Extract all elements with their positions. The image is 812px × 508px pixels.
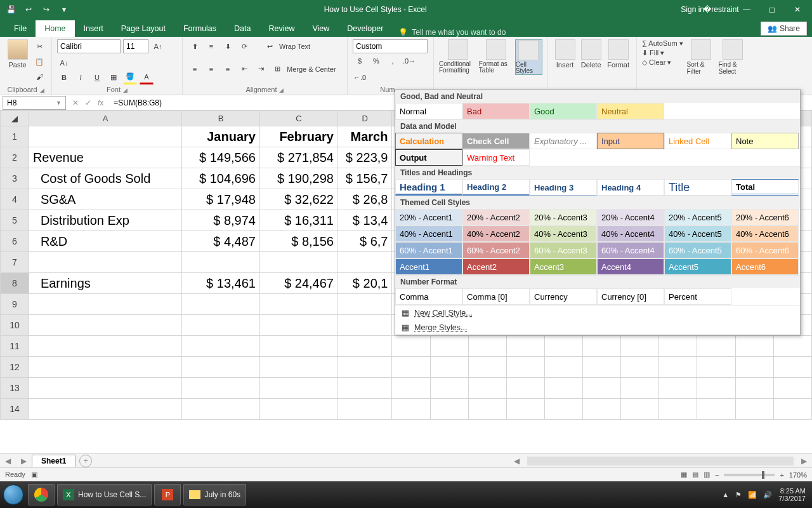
- cell[interactable]: [544, 336, 582, 357]
- cell[interactable]: $ 149,566: [182, 147, 260, 168]
- cell[interactable]: [337, 294, 391, 315]
- align-top-icon[interactable]: ⬆: [188, 39, 202, 53]
- style-good[interactable]: Good: [530, 103, 597, 119]
- style-60----accent6[interactable]: 60% - Accent6: [731, 242, 799, 258]
- cell-styles-button[interactable]: Cell Styles: [515, 39, 542, 75]
- number-format-combo[interactable]: [353, 39, 428, 53]
- row-header[interactable]: 11: [1, 336, 29, 357]
- cell[interactable]: [182, 294, 260, 315]
- sheet-nav-next-icon[interactable]: ▶: [16, 457, 32, 465]
- tray-network-icon[interactable]: 📶: [748, 491, 757, 499]
- row-header[interactable]: 6: [1, 231, 29, 252]
- cut-icon[interactable]: ✂: [32, 39, 46, 53]
- cell[interactable]: $ 16,311: [259, 210, 337, 231]
- cell[interactable]: [182, 252, 260, 273]
- maximize-icon[interactable]: ◻: [764, 3, 780, 16]
- cell[interactable]: [430, 399, 468, 420]
- borders-icon[interactable]: ▦: [107, 70, 121, 84]
- view-normal-icon[interactable]: ▦: [681, 471, 687, 479]
- merge-center-button[interactable]: Merge & Center: [287, 65, 336, 73]
- zoom-out-icon[interactable]: −: [715, 471, 719, 479]
- cell[interactable]: [735, 399, 773, 420]
- style-20----accent6[interactable]: 20% - Accent6: [731, 209, 799, 225]
- row-header[interactable]: 10: [1, 315, 29, 336]
- cell[interactable]: [337, 252, 391, 273]
- style-accent2[interactable]: Accent2: [462, 258, 530, 275]
- cell[interactable]: [621, 399, 659, 420]
- cell[interactable]: [468, 399, 506, 420]
- row-header[interactable]: 8: [1, 273, 29, 294]
- style-currency[interactable]: Currency: [530, 288, 597, 305]
- cell[interactable]: [29, 126, 181, 147]
- cell[interactable]: $ 32,622: [259, 189, 337, 210]
- orientation-icon[interactable]: ⟳: [237, 39, 251, 53]
- cell[interactable]: [583, 336, 621, 357]
- style-check-cell[interactable]: Check Cell: [462, 133, 530, 149]
- cell[interactable]: [29, 399, 181, 420]
- cell[interactable]: [182, 399, 260, 420]
- style-title[interactable]: Title: [664, 179, 731, 196]
- enter-formula-icon[interactable]: ✓: [85, 98, 91, 107]
- tab-review[interactable]: Review: [259, 20, 303, 37]
- zoom-in-icon[interactable]: +: [780, 471, 783, 479]
- style-60----accent2[interactable]: 60% - Accent2: [462, 242, 530, 258]
- taskbar-excel[interactable]: XHow to Use Cell S...: [57, 484, 152, 505]
- cell[interactable]: [506, 357, 544, 378]
- cell[interactable]: [337, 336, 391, 357]
- align-right-icon[interactable]: ≡: [221, 62, 235, 76]
- cell[interactable]: [337, 357, 391, 378]
- cell[interactable]: [259, 357, 337, 378]
- style-calculation[interactable]: Calculation: [395, 133, 462, 149]
- cancel-formula-icon[interactable]: ✕: [72, 98, 79, 107]
- col-header-B[interactable]: B: [182, 111, 260, 126]
- autosum-button[interactable]: ∑ AutoSum ▾: [642, 39, 683, 48]
- cell[interactable]: [259, 378, 337, 399]
- cell[interactable]: [29, 252, 181, 273]
- bold-icon[interactable]: B: [57, 70, 71, 84]
- cell[interactable]: $ 26,8: [337, 189, 391, 210]
- cell[interactable]: [544, 357, 582, 378]
- dialog-launcher-icon[interactable]: ◢: [37, 87, 44, 93]
- cell[interactable]: [29, 315, 181, 336]
- row-header[interactable]: 13: [1, 378, 29, 399]
- cell[interactable]: [259, 294, 337, 315]
- paste-button[interactable]: Paste: [5, 39, 30, 84]
- row-header[interactable]: 9: [1, 294, 29, 315]
- cell[interactable]: [773, 336, 811, 357]
- underline-icon[interactable]: U: [90, 70, 104, 84]
- cell[interactable]: [182, 336, 260, 357]
- cell[interactable]: [773, 378, 811, 399]
- taskbar-powerpoint[interactable]: P: [154, 484, 181, 505]
- cell[interactable]: [583, 357, 621, 378]
- style-60----accent5[interactable]: 60% - Accent5: [664, 242, 731, 258]
- insert-cells-button[interactable]: Insert: [553, 39, 577, 69]
- align-bottom-icon[interactable]: ⬇: [221, 39, 235, 53]
- add-sheet-button[interactable]: +: [79, 455, 92, 467]
- font-size-combo[interactable]: [123, 39, 148, 53]
- increase-decimal-icon[interactable]: .0→: [402, 54, 416, 68]
- hscroll-left-icon[interactable]: ◀: [509, 457, 525, 465]
- cell[interactable]: [182, 378, 260, 399]
- row-header[interactable]: 14: [1, 399, 29, 420]
- zoom-level[interactable]: 170%: [789, 471, 807, 479]
- style-comma--0-[interactable]: Comma [0]: [462, 288, 530, 305]
- delete-cells-button[interactable]: Delete: [579, 39, 603, 69]
- cell[interactable]: [182, 315, 260, 336]
- tray-up-icon[interactable]: ▲: [722, 491, 729, 498]
- cell[interactable]: [259, 336, 337, 357]
- tab-file[interactable]: File: [5, 20, 36, 37]
- redo-icon[interactable]: ↪: [41, 4, 52, 15]
- cell[interactable]: [430, 357, 468, 378]
- style-60----accent1[interactable]: 60% - Accent1: [395, 242, 462, 258]
- col-header-C[interactable]: C: [259, 111, 337, 126]
- style-accent3[interactable]: Accent3: [530, 258, 597, 275]
- increase-font-icon[interactable]: A↑: [151, 39, 165, 53]
- select-all-button[interactable]: ◢: [1, 111, 29, 126]
- close-icon[interactable]: ✕: [789, 3, 806, 16]
- signin-link[interactable]: Sign in: [681, 5, 704, 14]
- style-note[interactable]: Note: [731, 133, 799, 149]
- new-cell-style-button[interactable]: ▦New Cell Style...: [395, 305, 800, 320]
- cell[interactable]: [29, 294, 181, 315]
- style-20----accent2[interactable]: 20% - Accent2: [462, 209, 530, 225]
- taskbar-folder[interactable]: July in 60s: [183, 484, 246, 505]
